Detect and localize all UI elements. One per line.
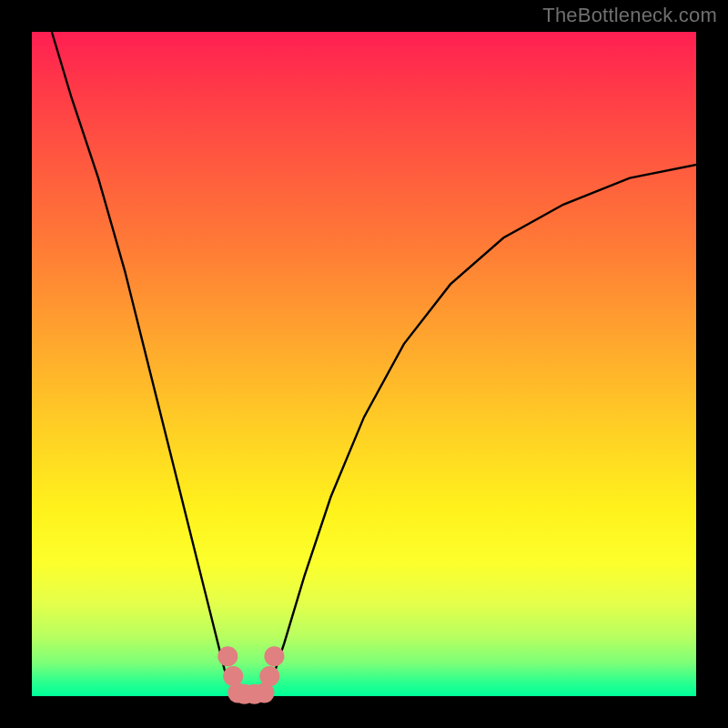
marker-group bbox=[217, 646, 284, 704]
marker-left-marker-top bbox=[217, 646, 238, 666]
curve-svg bbox=[32, 32, 696, 696]
marker-right-marker-mid bbox=[259, 666, 279, 686]
curve-left-branch bbox=[52, 32, 241, 696]
curve-right-branch bbox=[265, 165, 697, 696]
marker-right-marker-top bbox=[264, 646, 284, 666]
plot-area bbox=[32, 32, 696, 696]
watermark-text: TheBottleneck.com bbox=[542, 4, 717, 27]
outer-frame: TheBottleneck.com bbox=[0, 0, 728, 728]
